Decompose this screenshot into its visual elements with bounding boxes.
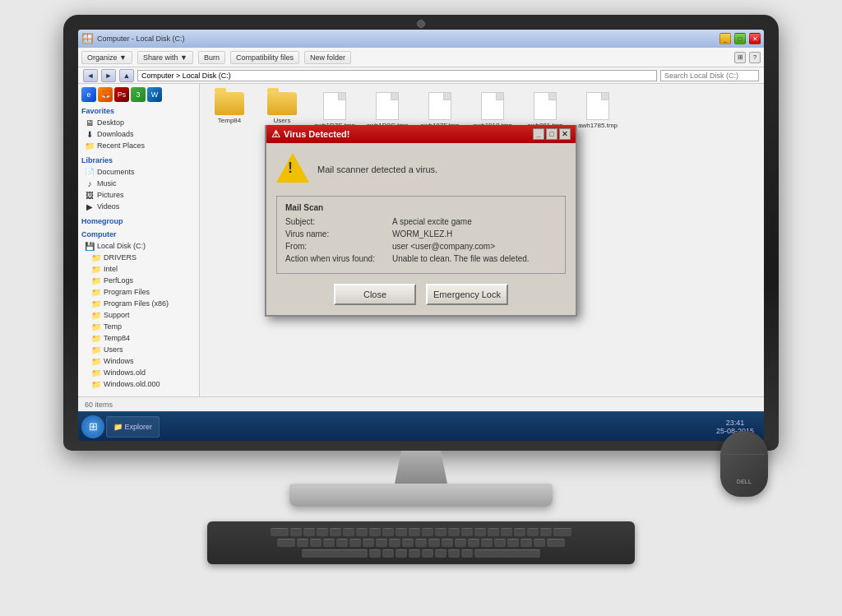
- dialog-titlebar: ⚠ Virus Detected! _ □ ✕: [266, 125, 576, 143]
- key: [461, 549, 473, 558]
- subject-label: Subject:: [285, 217, 392, 226]
- screen: 🪟 Computer - Local Disk (C:) _ □ ✕ Organ…: [78, 30, 764, 441]
- taskbar-explorer[interactable]: 📁 Explorer: [106, 416, 160, 438]
- monitor: 🪟 Computer - Local Disk (C:) _ □ ✕ Organ…: [63, 15, 779, 451]
- key: [382, 528, 394, 536]
- key: [409, 549, 420, 558]
- key: [363, 539, 374, 547]
- key: [501, 528, 512, 536]
- start-button[interactable]: ⊞: [81, 415, 104, 438]
- virus-dialog: ⚠ Virus Detected! _ □ ✕: [265, 125, 577, 317]
- key: [527, 528, 539, 536]
- from-value: user <user@company.com>: [392, 242, 495, 251]
- key: [402, 539, 414, 547]
- key: [534, 539, 545, 547]
- mailscan-legend: Mail Scan: [285, 203, 557, 212]
- key: [369, 549, 381, 558]
- dialog-body: Mail scanner detected a virus. Mail Scan…: [266, 143, 576, 315]
- mouse-button-divider: [724, 454, 765, 455]
- key: [435, 528, 446, 536]
- dialog-close[interactable]: ✕: [559, 128, 571, 140]
- mailscan-subject-row: Subject: A special excite game: [285, 217, 557, 226]
- key: [303, 528, 315, 536]
- keyboard-row-2: [277, 539, 565, 547]
- dialog-maximize[interactable]: □: [546, 128, 557, 140]
- key: [442, 539, 453, 547]
- desktop: 🪟 Computer - Local Disk (C:) _ □ ✕ Organ…: [78, 30, 764, 441]
- dialog-minimize[interactable]: _: [533, 128, 544, 140]
- key: [514, 528, 525, 536]
- keyboard-row-1: [271, 528, 571, 536]
- keyboard: [207, 521, 635, 564]
- keyboard-row-3: [302, 549, 540, 558]
- key: [369, 528, 381, 536]
- key: [271, 528, 289, 536]
- key-space: [302, 549, 368, 558]
- dialog-controls: _ □ ✕: [533, 128, 571, 140]
- virus-name-label: Virus name:: [285, 229, 392, 239]
- mailscan-virusname-row: Virus name: WORM_KLEZ.H: [285, 229, 557, 239]
- key: [415, 539, 427, 547]
- virus-name-value: WORM_KLEZ.H: [392, 229, 452, 239]
- key: [343, 528, 354, 536]
- explorer-window: 🪟 Computer - Local Disk (C:) _ □ ✕ Organ…: [78, 30, 764, 411]
- key: [481, 539, 493, 547]
- key: [356, 528, 368, 536]
- key: [494, 539, 506, 547]
- key-backspace: [553, 528, 571, 536]
- key: [336, 539, 348, 547]
- key-space2: [474, 549, 540, 558]
- from-label: From:: [285, 242, 392, 251]
- mailscan-from-row: From: user <user@company.com>: [285, 242, 557, 251]
- emergency-lock-button[interactable]: Emergency Lock: [426, 284, 508, 305]
- key: [310, 539, 322, 547]
- key: [448, 549, 460, 558]
- key: [382, 549, 394, 558]
- key: [468, 539, 479, 547]
- key: [396, 528, 407, 536]
- action-value: Unable to clean. The file was deleted.: [392, 254, 530, 263]
- dialog-message: Mail scanner detected a virus.: [317, 164, 437, 174]
- dialog-overlay: ⚠ Virus Detected! _ □ ✕: [78, 30, 764, 411]
- key: [376, 539, 387, 547]
- key: [507, 539, 519, 547]
- mouse: DELL: [720, 431, 768, 497]
- key: [290, 528, 302, 536]
- subject-value: A special excite game: [392, 217, 472, 226]
- key: [323, 539, 335, 547]
- key: [461, 528, 473, 536]
- key: [422, 549, 433, 558]
- action-label: Action when virus found:: [285, 254, 392, 263]
- key: [455, 539, 466, 547]
- key: [540, 528, 552, 536]
- monitor-stand-neck: [388, 451, 454, 484]
- close-button[interactable]: Close: [334, 284, 416, 305]
- key: [428, 539, 440, 547]
- key: [330, 528, 341, 536]
- warning-icon: [276, 153, 309, 186]
- key: [488, 528, 499, 536]
- key: [422, 528, 433, 536]
- bottom-area: DELL: [0, 507, 842, 564]
- key: [389, 539, 400, 547]
- warning-triangle: [276, 153, 309, 183]
- dialog-title: Virus Detected!: [284, 129, 350, 139]
- key: [297, 539, 308, 547]
- mailscan-group: Mail Scan Subject: A special excite game…: [276, 196, 566, 274]
- mouse-logo: DELL: [737, 479, 752, 484]
- key: [448, 528, 460, 536]
- key-enter: [547, 539, 565, 547]
- mailscan-action-row: Action when virus found: Unable to clean…: [285, 254, 557, 263]
- taskbar: ⊞ 📁 Explorer 23:41 25-08-2015: [78, 411, 764, 441]
- key: [474, 528, 486, 536]
- key: [396, 549, 407, 558]
- dialog-buttons: Close Emergency Lock: [276, 284, 566, 305]
- key-tab: [277, 539, 295, 547]
- key: [317, 528, 328, 536]
- key: [349, 539, 361, 547]
- key: [409, 528, 420, 536]
- dialog-header-row: Mail scanner detected a virus.: [276, 153, 566, 186]
- monitor-stand-base: [289, 484, 553, 507]
- key: [435, 549, 446, 558]
- webcam: [417, 20, 425, 28]
